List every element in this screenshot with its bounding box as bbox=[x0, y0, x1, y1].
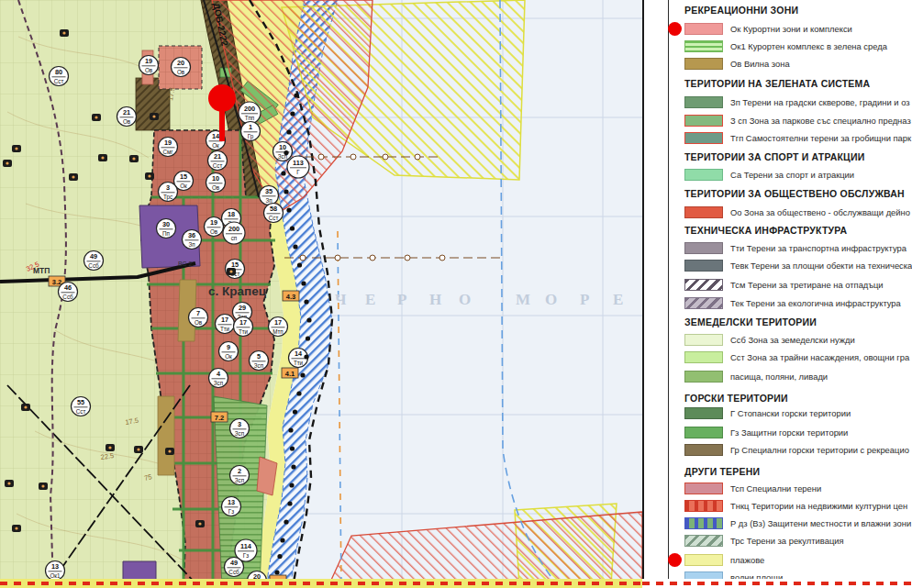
legend-item-label: Тти Терени за транспортна инфраструктура bbox=[730, 243, 906, 253]
legend-item-label: Ок1 Курортен комплекс в зелена среда bbox=[730, 41, 887, 51]
legend-swatch bbox=[684, 351, 723, 363]
zone-id-circle: 1Гр bbox=[241, 122, 261, 141]
legend-item-label: Тевк Терени за площни обекти на техничес… bbox=[730, 261, 912, 271]
legend-item: Тсп Специални терени bbox=[684, 482, 821, 495]
svg-text:49: 49 bbox=[230, 559, 238, 567]
route-badge: 4.1 bbox=[282, 368, 298, 378]
zone-id-circle: 49Ссб bbox=[84, 251, 104, 271]
legend-swatch bbox=[684, 279, 723, 291]
svg-text:20: 20 bbox=[177, 59, 184, 67]
zone-id-circle: 35Зп bbox=[260, 186, 279, 205]
legend-item-label: Ок Курортни зони и комплекси bbox=[730, 24, 852, 34]
zone-id-circle: 55Сст bbox=[72, 397, 91, 416]
legend-swatch bbox=[684, 58, 723, 70]
legend-item: Тгп Самостоятелни терени за гробищни пар… bbox=[684, 131, 911, 145]
svg-text:Ов: Ов bbox=[177, 69, 185, 75]
red-dot-marker-icon bbox=[668, 22, 682, 36]
svg-text:Зп: Зп bbox=[265, 197, 272, 204]
legend-swatch bbox=[684, 132, 723, 144]
zone-id-circle: 20Ов bbox=[172, 58, 191, 77]
legend-item: Тевк Терени за площни обекти на техничес… bbox=[684, 259, 912, 272]
legend-swatch bbox=[684, 483, 723, 494]
municipal-boundary-band-right bbox=[642, 579, 912, 588]
legend-section-title: ТЕХНИЧЕСКА ИНФРАСТРУКТУРА bbox=[684, 225, 847, 236]
legend-item-label: Р дз (Вз) Защитени местности и влажни зо… bbox=[730, 518, 911, 528]
zone-id-circle: 5Зсп bbox=[250, 351, 269, 371]
svg-text:Зсп: Зсп bbox=[214, 380, 223, 386]
legend-items: РЕКРЕАЦИОННИ ЗОНИОк Курортни зони и комп… bbox=[644, 0, 912, 588]
legend-item-label: Сст Зона за трайни насаждения, овощни гр… bbox=[730, 352, 909, 362]
zone-id-circle: 19Смг bbox=[159, 138, 178, 157]
zone-id-circle: 7Ов bbox=[189, 308, 208, 327]
svg-text:3: 3 bbox=[166, 183, 170, 192]
zone-id-circle: 17Тти bbox=[216, 315, 235, 334]
zone-id-circle: 21Сст bbox=[208, 151, 228, 171]
svg-text:Ссб: Ссб bbox=[88, 262, 99, 269]
legend-panel: РЕКРЕАЦИОННИ ЗОНИОк Курортни зони и комп… bbox=[642, 0, 912, 588]
legend-item-label: Оо Зона за обществено - обслужващи дейно bbox=[730, 207, 910, 217]
svg-text:Р: Р bbox=[397, 291, 406, 308]
zone-id-circle: 80Сст bbox=[50, 67, 69, 86]
svg-text:9: 9 bbox=[227, 343, 230, 351]
legend-item-label: Тек Терени за екологична инфраструктура bbox=[730, 298, 901, 308]
svg-text:Гз: Гз bbox=[228, 508, 234, 515]
legend-item-label: Тнкц Територии на недвижими културни цен bbox=[730, 501, 907, 511]
zone-id-circle: 46Ссб bbox=[59, 283, 78, 302]
legend-item-label: Са Терени за спорт и атракции bbox=[730, 170, 854, 180]
svg-text:Тти: Тти bbox=[294, 360, 304, 366]
svg-text:4.1: 4.1 bbox=[285, 370, 295, 378]
svg-text:Ч: Ч bbox=[335, 291, 347, 308]
svg-text:Ов: Ов bbox=[210, 228, 218, 235]
svg-text:10: 10 bbox=[279, 143, 286, 151]
zone-id-circle: 10Ов bbox=[206, 173, 226, 193]
legend-section-title: ЗЕМЕДЕЛСКИ ТЕРИТОРИИ bbox=[684, 316, 817, 327]
svg-text:Ов: Ов bbox=[212, 184, 220, 191]
legend-item-label: плажове bbox=[730, 555, 764, 565]
svg-text:17: 17 bbox=[221, 316, 228, 324]
svg-text:Тти: Тти bbox=[220, 326, 230, 332]
svg-text:7.2: 7.2 bbox=[215, 414, 224, 422]
svg-text:Трс: Трс bbox=[163, 194, 172, 201]
svg-text:10: 10 bbox=[212, 174, 219, 183]
municipal-boundary-band bbox=[0, 579, 642, 588]
svg-text:80: 80 bbox=[55, 68, 62, 76]
svg-text:Ок1: Ок1 bbox=[50, 572, 61, 579]
svg-text:Мтп: Мтп bbox=[272, 328, 284, 335]
svg-text:114: 114 bbox=[240, 542, 252, 550]
legend-item-label: Тгп Самостоятелни терени за гробищни пар… bbox=[730, 133, 911, 143]
legend-item-label: Гр Специални горски територии с рекреаци… bbox=[730, 445, 909, 455]
svg-text:55: 55 bbox=[77, 398, 84, 406]
zone-id-circle: 200Тпп bbox=[239, 102, 261, 124]
zone-id-circle: 30Пп bbox=[157, 219, 176, 239]
legend-item-label: Гз Защитни горски територии bbox=[730, 427, 848, 438]
legend-swatch bbox=[684, 427, 723, 438]
svg-text:Смг: Смг bbox=[162, 149, 173, 155]
zone-id-circle: 13Гз bbox=[222, 497, 241, 516]
legend-item-label: Тсп Специални терени bbox=[730, 483, 821, 494]
legend-item-label: Трс Терени за рекултивация bbox=[730, 536, 844, 546]
legend-swatch bbox=[684, 371, 723, 383]
zone-id-circle: 3Зсп bbox=[230, 419, 250, 438]
svg-text:19: 19 bbox=[164, 139, 172, 147]
svg-text:Зсп: Зсп bbox=[235, 430, 244, 437]
zone-id-circle: 13Ок1 bbox=[46, 561, 65, 581]
svg-text:18: 18 bbox=[228, 210, 235, 218]
legend-item: Трс Терени за рекултивация bbox=[684, 534, 844, 548]
legend-swatch bbox=[684, 334, 723, 346]
legend-item: Гз Защитни горски територии bbox=[684, 426, 848, 439]
zone-id-circle: 36Зп bbox=[183, 230, 202, 250]
legend-swatch bbox=[684, 535, 723, 547]
legend-item: Ок1 Курортен комплекс в зелена среда bbox=[684, 39, 887, 53]
svg-text:Ов: Ов bbox=[145, 67, 153, 73]
zone-id-circle: 10Зсп bbox=[273, 142, 293, 161]
zone-id-circle: 3Трс bbox=[159, 183, 178, 202]
zone-id-circle: 49Ссб bbox=[225, 558, 244, 577]
zoning-map[interactable]: ЧЕРНОМОРЕ17.517.522.57532.5с. КрапецМТПВ… bbox=[0, 0, 642, 588]
svg-text:13: 13 bbox=[51, 562, 59, 571]
svg-text:Ссб: Ссб bbox=[62, 294, 73, 300]
legend-item-label: З сп Зона за паркове със специално предн… bbox=[730, 116, 911, 126]
svg-text:35: 35 bbox=[265, 187, 272, 195]
svg-text:Ов: Ов bbox=[195, 319, 203, 326]
svg-text:13: 13 bbox=[228, 498, 235, 506]
zone-id-circle: 19Ов bbox=[139, 56, 159, 75]
